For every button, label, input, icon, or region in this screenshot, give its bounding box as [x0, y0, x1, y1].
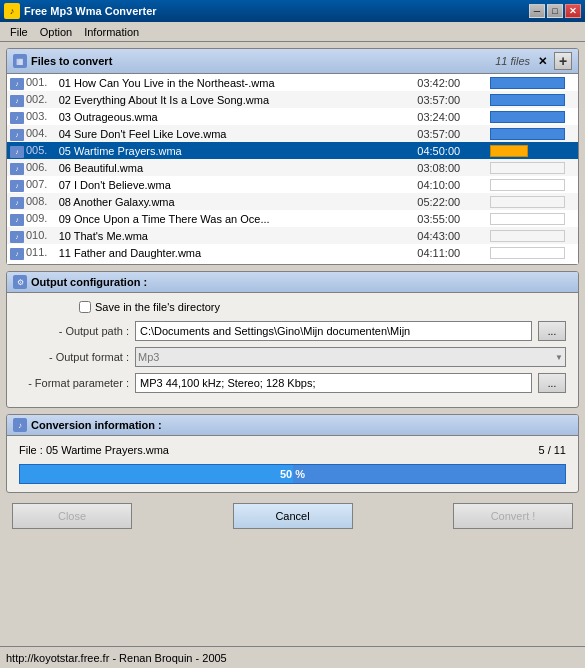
file-name: 02 Everything About It Is a Love Song.wm… — [56, 91, 415, 108]
output-browse-button[interactable]: ... — [538, 321, 566, 341]
file-time: 05:22:00 — [414, 193, 487, 210]
file-name: 08 Another Galaxy.wma — [56, 193, 415, 210]
wma-icon: ♪ — [10, 214, 24, 226]
file-number: ♪008. — [7, 193, 56, 210]
file-progress-bar — [487, 91, 578, 108]
file-name: 05 Wartime Prayers.wma — [56, 142, 415, 159]
table-row[interactable]: ♪008.08 Another Galaxy.wma05:22:00 — [7, 193, 578, 210]
table-row[interactable]: ♪007.07 I Don't Believe.wma04:10:00 — [7, 176, 578, 193]
table-row[interactable]: ♪006.06 Beautiful.wma03:08:00 — [7, 159, 578, 176]
file-name: 03 Outrageous.wma — [56, 108, 415, 125]
wma-icon: ♪ — [10, 112, 24, 124]
file-progress-bar — [487, 176, 578, 193]
file-time: 03:24:00 — [414, 108, 487, 125]
output-panel-header: ⚙ Output configuration : — [7, 272, 578, 293]
files-add-button[interactable]: + — [554, 52, 572, 70]
minimize-button[interactable]: ─ — [529, 4, 545, 18]
format-param-row: - Format parameter : ... — [19, 373, 566, 393]
output-path-row: - Output path : ... — [19, 321, 566, 341]
table-row[interactable]: ♪003.03 Outrageous.wma03:24:00 — [7, 108, 578, 125]
table-row[interactable]: ♪002.02 Everything About It Is a Love So… — [7, 91, 578, 108]
conv-progress-fill — [20, 465, 293, 483]
files-panel: ▦ Files to convert 11 files ✕ + ♪001.01 … — [6, 48, 579, 265]
output-icon: ⚙ — [13, 275, 27, 289]
save-dir-checkbox[interactable] — [79, 301, 91, 313]
files-table-container[interactable]: ♪001.01 How Can You Live in the Northeas… — [7, 74, 578, 264]
conv-panel-header: ♪ Conversion information : — [7, 415, 578, 436]
close-window-button[interactable]: ✕ — [565, 4, 581, 18]
file-name: 06 Beautiful.wma — [56, 159, 415, 176]
output-format-label: - Output format : — [19, 351, 129, 363]
output-format-select[interactable]: Mp3 ▼ — [135, 347, 566, 367]
format-param-browse-button[interactable]: ... — [538, 373, 566, 393]
table-row[interactable]: ♪001.01 How Can You Live in the Northeas… — [7, 74, 578, 91]
file-name: 04 Sure Don't Feel Like Love.wma — [56, 125, 415, 142]
format-param-label: - Format parameter : — [19, 377, 129, 389]
maximize-button[interactable]: □ — [547, 4, 563, 18]
files-panel-title: Files to convert — [31, 55, 112, 67]
file-time: 03:57:00 — [414, 125, 487, 142]
format-value: Mp3 — [138, 351, 159, 363]
file-name: 10 That's Me.wma — [56, 227, 415, 244]
wma-icon: ♪ — [10, 163, 24, 175]
format-dropdown-arrow: ▼ — [555, 353, 563, 362]
file-number: ♪005. — [7, 142, 56, 159]
file-progress-bar — [487, 74, 578, 91]
menu-bar: File Option Information — [0, 22, 585, 42]
file-count: 11 files — [495, 55, 530, 67]
file-time: 03:57:00 — [414, 91, 487, 108]
format-param-input[interactable] — [135, 373, 532, 393]
title-buttons: ─ □ ✕ — [529, 4, 581, 18]
wma-icon: ♪ — [10, 95, 24, 107]
table-row[interactable]: ♪011.11 Father and Daughter.wma04:11:00 — [7, 244, 578, 261]
wma-icon: ♪ — [10, 231, 24, 243]
menu-option[interactable]: Option — [34, 24, 78, 40]
output-path-input[interactable] — [135, 321, 532, 341]
table-row[interactable]: ♪009.09 Once Upon a Time There Was an Oc… — [7, 210, 578, 227]
output-path-label: - Output path : — [19, 325, 129, 337]
conversion-panel: ♪ Conversion information : File : 05 War… — [6, 414, 579, 493]
conv-panel-title: Conversion information : — [31, 419, 162, 431]
table-row[interactable]: ♪005.05 Wartime Prayers.wma04:50:00 — [7, 142, 578, 159]
wma-icon: ♪ — [10, 180, 24, 192]
file-time: 03:42:00 — [414, 74, 487, 91]
convert-button[interactable]: Convert ! — [453, 503, 573, 529]
file-time: 03:08:00 — [414, 159, 487, 176]
output-panel-title: Output configuration : — [31, 276, 147, 288]
wma-icon: ♪ — [10, 78, 24, 90]
app-icon: ♪ — [4, 3, 20, 19]
file-progress-bar — [487, 244, 578, 261]
save-dir-label: Save in the file's directory — [95, 301, 220, 313]
file-number: ♪001. — [7, 74, 56, 91]
conv-icon: ♪ — [13, 418, 27, 432]
file-progress-bar — [487, 125, 578, 142]
file-number: ♪002. — [7, 91, 56, 108]
window-title: Free Mp3 Wma Converter — [24, 5, 157, 17]
file-name: 01 How Can You Live in the Northeast-.wm… — [56, 74, 415, 91]
files-panel-header: ▦ Files to convert 11 files ✕ + — [7, 49, 578, 74]
main-content: ▦ Files to convert 11 files ✕ + ♪001.01 … — [0, 42, 585, 646]
file-name: 11 Father and Daughter.wma — [56, 244, 415, 261]
file-name: 09 Once Upon a Time There Was an Oce... — [56, 210, 415, 227]
file-time: 04:43:00 — [414, 227, 487, 244]
table-row[interactable]: ♪004.04 Sure Don't Feel Like Love.wma03:… — [7, 125, 578, 142]
conv-progress-count: 5 / 11 — [538, 444, 566, 456]
wma-icon: ♪ — [10, 129, 24, 141]
files-table: ♪001.01 How Can You Live in the Northeas… — [7, 74, 578, 261]
close-button[interactable]: Close — [12, 503, 132, 529]
table-row[interactable]: ♪010.10 That's Me.wma04:43:00 — [7, 227, 578, 244]
title-bar: ♪ Free Mp3 Wma Converter ─ □ ✕ — [0, 0, 585, 22]
cancel-button[interactable]: Cancel — [233, 503, 353, 529]
status-text: http://koyotstar.free.fr - Renan Broquin… — [6, 652, 227, 664]
files-icon: ▦ — [13, 54, 27, 68]
menu-file[interactable]: File — [4, 24, 34, 40]
wma-icon: ♪ — [10, 146, 24, 158]
conv-progress-bar: 50 % — [19, 464, 566, 484]
wma-icon: ♪ — [10, 248, 24, 260]
file-name: 07 I Don't Believe.wma — [56, 176, 415, 193]
files-close-button[interactable]: ✕ — [534, 53, 550, 69]
file-time: 04:10:00 — [414, 176, 487, 193]
file-progress-bar — [487, 210, 578, 227]
file-progress-bar — [487, 159, 578, 176]
menu-information[interactable]: Information — [78, 24, 145, 40]
